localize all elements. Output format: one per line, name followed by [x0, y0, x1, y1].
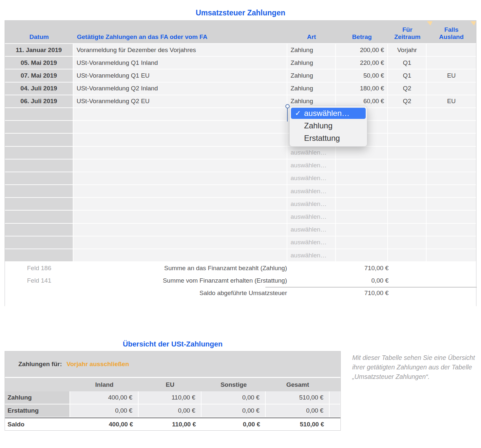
- menu-item-auswaehlen[interactable]: ✓ auswählen…: [291, 108, 366, 119]
- cell-zeitraum[interactable]: [388, 249, 427, 262]
- cell-beschreibung[interactable]: USt-Voranmeldung Q1 Inland: [73, 57, 287, 69]
- cell-value[interactable]: 510,00 €: [266, 421, 330, 428]
- cell-ausland[interactable]: [427, 236, 476, 249]
- cell-zeitraum[interactable]: [388, 108, 427, 121]
- cell-zeitraum[interactable]: Q1: [388, 69, 427, 82]
- column-header-datum[interactable]: Datum: [5, 33, 73, 43]
- cell-ausland[interactable]: [427, 83, 476, 95]
- cell-ausland[interactable]: [427, 249, 476, 262]
- cell-beschreibung[interactable]: [73, 172, 287, 185]
- cell-ausland[interactable]: [427, 172, 476, 185]
- cell-ausland[interactable]: EU: [427, 95, 476, 108]
- art-placeholder[interactable]: auswählen…: [291, 175, 327, 182]
- cell-datum[interactable]: [5, 211, 73, 223]
- cell-datum[interactable]: 11. Januar 2019: [5, 44, 73, 57]
- cell-beschreibung[interactable]: [73, 224, 287, 236]
- cell-zeitraum[interactable]: [388, 147, 427, 159]
- summary-value[interactable]: 0,00 €: [287, 277, 389, 284]
- cell-art[interactable]: Zahlung: [287, 57, 336, 69]
- cell-ausland[interactable]: [427, 121, 476, 134]
- column-header-gesamt[interactable]: Gesamt: [266, 381, 330, 388]
- cell-betrag[interactable]: [336, 147, 388, 159]
- row-label[interactable]: Erstattung: [5, 404, 70, 418]
- summary-value[interactable]: 710,00 €: [287, 289, 389, 297]
- column-header-betrag[interactable]: Betrag: [336, 33, 388, 43]
- art-placeholder[interactable]: auswählen…: [291, 213, 327, 220]
- cell-beschreibung[interactable]: USt-Voranmeldung Q2 Inland: [73, 83, 287, 95]
- cell-datum[interactable]: [5, 249, 73, 262]
- cell-value[interactable]: 0,00 €: [202, 421, 266, 428]
- cell-ausland[interactable]: [427, 108, 476, 121]
- cell-ausland[interactable]: [427, 224, 476, 236]
- cell-beschreibung[interactable]: [73, 211, 287, 223]
- cell-datum[interactable]: [5, 121, 73, 134]
- cell-beschreibung[interactable]: USt-Voranmeldung Q2 EU: [73, 95, 287, 108]
- cell-datum[interactable]: 06. Juli 2019: [5, 95, 73, 108]
- cell-datum[interactable]: [5, 159, 73, 172]
- cell-betrag[interactable]: 50,00 €: [336, 69, 388, 82]
- cell-datum[interactable]: 04. Juli 2019: [5, 83, 73, 95]
- cell-value[interactable]: 0,00 €: [266, 404, 330, 418]
- cell-betrag[interactable]: [336, 211, 388, 223]
- cell-betrag[interactable]: [336, 249, 388, 262]
- cell-zeitraum[interactable]: Vorjahr: [388, 44, 427, 57]
- cell-ausland[interactable]: [427, 44, 476, 57]
- cell-zeitraum[interactable]: Q2: [388, 95, 427, 108]
- cell-art[interactable]: auswählen…: [287, 198, 336, 211]
- art-placeholder[interactable]: auswählen…: [291, 162, 327, 169]
- cell-value[interactable]: 400,00 €: [70, 421, 139, 428]
- cell-value[interactable]: 0,00 €: [202, 391, 266, 404]
- column-header-art[interactable]: Art: [287, 33, 336, 43]
- cell-zeitraum[interactable]: [388, 211, 427, 223]
- cell-beschreibung[interactable]: [73, 147, 287, 159]
- cell-betrag[interactable]: [336, 236, 388, 249]
- cell-art[interactable]: auswählen…: [287, 224, 336, 236]
- cell-zeitraum[interactable]: [388, 172, 427, 185]
- menu-item-zahlung[interactable]: Zahlung: [290, 120, 367, 132]
- cell-betrag[interactable]: [336, 224, 388, 236]
- cell-art[interactable]: Zahlung: [287, 44, 336, 57]
- art-placeholder[interactable]: auswählen…: [291, 239, 327, 246]
- cell-betrag[interactable]: [336, 185, 388, 198]
- cell-art[interactable]: auswählen…: [287, 185, 336, 198]
- cell-zeitraum[interactable]: [388, 134, 427, 146]
- cell-ausland[interactable]: [427, 147, 476, 159]
- cell-ausland[interactable]: [427, 185, 476, 198]
- cell-value[interactable]: 0,00 €: [202, 404, 266, 418]
- column-header-eu[interactable]: EU: [139, 381, 202, 388]
- cell-zeitraum[interactable]: Q2: [388, 83, 427, 95]
- cell-art[interactable]: Zahlung: [287, 69, 336, 82]
- cell-zeitraum[interactable]: [388, 121, 427, 134]
- cell-betrag[interactable]: 220,00 €: [336, 57, 388, 69]
- column-header-zeitraum[interactable]: Für Zeitraum: [388, 26, 427, 43]
- cell-zeitraum[interactable]: Q1: [388, 57, 427, 69]
- cell-datum[interactable]: 05. Mai 2019: [5, 57, 73, 69]
- cell-zeitraum[interactable]: [388, 159, 427, 172]
- cell-datum[interactable]: [5, 224, 73, 236]
- cell-datum[interactable]: [5, 147, 73, 159]
- column-header-inland[interactable]: Inland: [70, 381, 139, 388]
- cell-ausland[interactable]: [427, 159, 476, 172]
- cell-betrag[interactable]: [336, 198, 388, 211]
- cell-beschreibung[interactable]: Voranmeldung für Dezember des Vorjahres: [73, 44, 287, 57]
- cell-ausland[interactable]: [427, 211, 476, 223]
- column-header-beschreibung[interactable]: Getätigte Zahlungen an das FA oder vom F…: [73, 33, 287, 43]
- cell-art[interactable]: auswählen…: [287, 147, 336, 159]
- cell-art[interactable]: auswählen…: [287, 159, 336, 172]
- cell-ausland[interactable]: [427, 198, 476, 211]
- comment-indicator-icon[interactable]: [427, 21, 433, 26]
- cell-ausland[interactable]: [427, 134, 476, 146]
- cell-beschreibung[interactable]: [73, 198, 287, 211]
- cell-art[interactable]: auswählen…: [287, 236, 336, 249]
- row-label[interactable]: Zahlung: [5, 391, 70, 404]
- comment-indicator-icon[interactable]: [471, 21, 476, 26]
- cell-value[interactable]: 0,00 €: [139, 404, 202, 418]
- cell-betrag[interactable]: 200,00 €: [336, 44, 388, 57]
- art-placeholder[interactable]: auswählen…: [291, 149, 327, 156]
- cell-zeitraum[interactable]: [388, 198, 427, 211]
- cell-value[interactable]: 510,00 €: [266, 391, 330, 404]
- summary-value[interactable]: 710,00 €: [287, 265, 389, 272]
- cell-datum[interactable]: [5, 172, 73, 185]
- cell-ausland[interactable]: EU: [427, 69, 476, 82]
- cell-art[interactable]: auswählen…: [287, 249, 336, 262]
